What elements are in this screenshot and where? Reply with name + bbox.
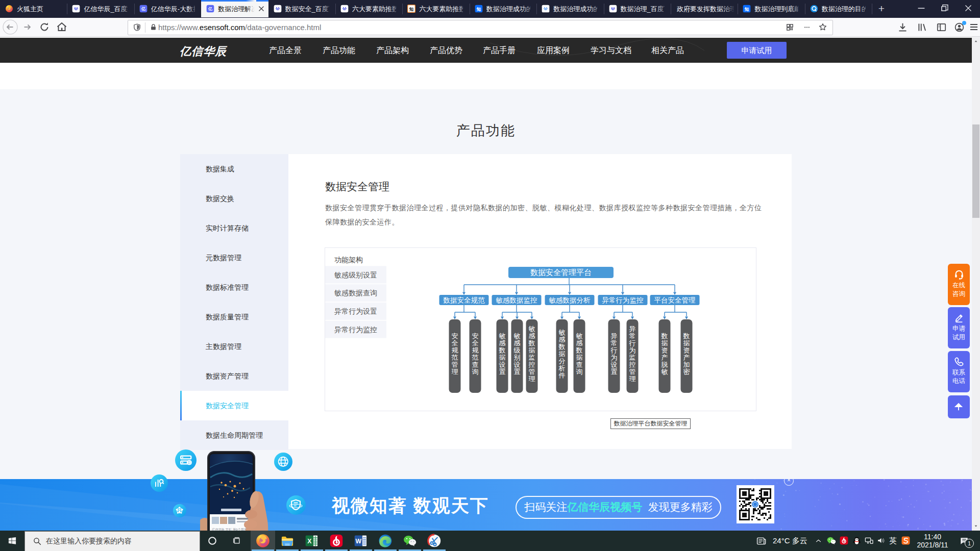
sidebar-item-4[interactable]: 数据标准管理 (180, 272, 288, 302)
bookmark-star-icon[interactable] (818, 22, 827, 32)
diagram-leaf-label: 数据资产加密 (683, 332, 690, 375)
taskbar-app-excel[interactable]: X (300, 531, 324, 551)
taskbar-app-edge[interactable] (373, 531, 398, 551)
taskbar-app-netease[interactable] (324, 531, 349, 551)
task-view-button[interactable] (225, 531, 249, 551)
reload-button[interactable] (37, 19, 52, 35)
taskbar-app-snip[interactable] (422, 531, 447, 551)
tab-title-fade (53, 0, 67, 17)
reload-icon (37, 19, 52, 35)
back-to-top-button[interactable] (948, 395, 970, 418)
taskbar-search-box[interactable]: 在这里输入你要搜索的内容 (24, 531, 200, 551)
wechat-tray-button[interactable] (825, 531, 838, 551)
svg-text:du: du (76, 8, 78, 10)
browser-tab[interactable]: 知数据治理成功的 (470, 0, 536, 17)
nav-item-1[interactable]: 产品功能 (323, 45, 355, 56)
sidebar-item-6[interactable]: 主数据管理 (180, 332, 288, 361)
sidebar-item-3[interactable]: 元数据管理 (180, 243, 288, 272)
float-button-label-line1: 在线 (948, 281, 970, 290)
network-pc-tray-button[interactable] (863, 531, 875, 551)
account-button[interactable] (954, 22, 966, 33)
browser-tab-bar: 火狐主页du亿信华辰_百度搜亿亿信华辰-大数据亿数据治理解决du数据安全_百度百… (0, 0, 980, 18)
library-icon[interactable] (917, 22, 927, 33)
browser-tab[interactable]: du数据治理成功的方 (536, 0, 603, 17)
trial-request-button[interactable]: 申请试用 (948, 307, 970, 348)
section-paragraph-line2: 保障数据的安全运作。 (325, 218, 399, 227)
browser-tab[interactable]: 火狐主页 (0, 0, 67, 17)
sidebar-item-7[interactable]: 数据资产管理 (180, 361, 288, 391)
sidebar-toggle-icon[interactable] (936, 22, 947, 33)
online-chat-button[interactable]: 在线咨询 (948, 264, 970, 305)
download-icon[interactable] (897, 22, 908, 33)
taskbar-app-explorer[interactable] (275, 531, 300, 551)
back-button[interactable] (3, 19, 18, 35)
banner-follow-pill[interactable]: 扫码关注亿信华辰视频号 发现更多精彩 (516, 496, 721, 519)
speaker-tray-icon (876, 536, 886, 545)
contact-phone-button[interactable]: 联系电话 (948, 351, 970, 392)
window-minimize-button[interactable] (910, 0, 933, 17)
sidebar-item-label: 实时计算存储 (206, 224, 249, 232)
sogou-tray-button[interactable] (899, 531, 912, 551)
taskbar-app-wechat[interactable] (398, 531, 422, 551)
taskbar-app-word[interactable]: W (349, 531, 373, 551)
nav-item-3[interactable]: 产品优势 (430, 45, 462, 56)
netease-tray-button[interactable] (838, 531, 850, 551)
sidebar-item-9[interactable]: 数据生命周期管理 (180, 420, 288, 450)
qq-tray-button[interactable] (850, 531, 863, 551)
diagram-panel-item-label: 异常行为监控 (334, 325, 377, 334)
browser-tab[interactable]: 知数据治理到底能 (738, 0, 804, 17)
explorer-app-icon (280, 534, 295, 548)
browser-tab[interactable]: du数据治理_百度百 (604, 0, 671, 17)
window-maximize-button[interactable] (933, 0, 957, 17)
browser-tab[interactable]: du数据安全_百度百 (268, 0, 335, 17)
tray-expand-button[interactable] (812, 531, 825, 551)
browser-tab[interactable]: 政府要发挥数据治理 (671, 0, 738, 17)
url-text[interactable]: https://www.esensoft.com/data-governance… (158, 22, 321, 32)
favicon-zhiwhite-icon: 知 (407, 5, 415, 13)
site-logo[interactable]: 亿信华辰 (180, 44, 227, 59)
menu-hamburger-icon[interactable] (969, 22, 979, 32)
shield-glyph-icon (288, 497, 304, 513)
taskbar-clock[interactable]: 11:402021/8/11 (914, 533, 951, 549)
qr-code-icon[interactable] (786, 23, 794, 32)
browser-tab[interactable]: 知六大要素助推数据 (402, 0, 469, 17)
action-center-button[interactable]: 1 (955, 531, 977, 551)
sidebar-item-1[interactable]: 数据交换 (180, 184, 288, 213)
browser-tab[interactable]: 数据治理的目的 (805, 0, 872, 17)
minimize-icon (916, 3, 927, 14)
clock-time: 11:40 (914, 533, 951, 541)
browser-tab[interactable]: 亿数据治理解决 (201, 0, 268, 17)
page-scrollbar[interactable] (972, 37, 980, 531)
news-weather-widget[interactable]: 24°C 多云 (750, 531, 812, 551)
nav-item-7[interactable]: 相关产品 (651, 45, 684, 56)
page-actions-icon[interactable] (803, 24, 811, 31)
browser-tab[interactable]: du亿信华辰_百度搜 (67, 0, 134, 17)
language-tray-button[interactable]: 英 (888, 531, 900, 551)
sidebar-item-0[interactable]: 数据集成 (180, 154, 288, 184)
browser-tab[interactable]: du六大要素助推数 (335, 0, 402, 17)
forward-button[interactable] (19, 19, 35, 35)
favicon-qcircle-icon (810, 5, 818, 13)
netease-app-icon (329, 534, 344, 548)
home-button[interactable] (54, 19, 69, 35)
url-bar[interactable]: https://www.esensoft.com/data-governance… (128, 20, 833, 35)
new-tab-button[interactable]: + (874, 1, 889, 17)
speaker-tray-button[interactable] (875, 531, 888, 551)
nav-item-2[interactable]: 产品架构 (376, 45, 409, 56)
start-button[interactable] (0, 531, 24, 551)
nav-cta-button[interactable]: 申请试用 (727, 42, 787, 59)
taskbar-app-firefox[interactable] (251, 531, 275, 551)
window-close-button[interactable] (957, 0, 980, 17)
sidebar-item-2[interactable]: 实时计算存储 (180, 213, 288, 243)
sidebar-item-8[interactable]: 数据安全管理 (180, 391, 288, 420)
tab-close-button[interactable] (258, 5, 265, 12)
cortana-button[interactable] (200, 531, 225, 551)
nav-item-0[interactable]: 产品全景 (269, 45, 302, 56)
sidebar-item-label: 数据资产管理 (206, 372, 249, 380)
scrollbar-thumb[interactable] (972, 124, 979, 218)
nav-item-6[interactable]: 学习与文档 (591, 45, 631, 56)
nav-item-4[interactable]: 产品手册 (483, 45, 516, 56)
sidebar-item-5[interactable]: 数据质量管理 (180, 302, 288, 332)
nav-item-5[interactable]: 应用案例 (537, 45, 570, 56)
browser-tab[interactable]: 亿亿信华辰-大数据 (134, 0, 201, 17)
